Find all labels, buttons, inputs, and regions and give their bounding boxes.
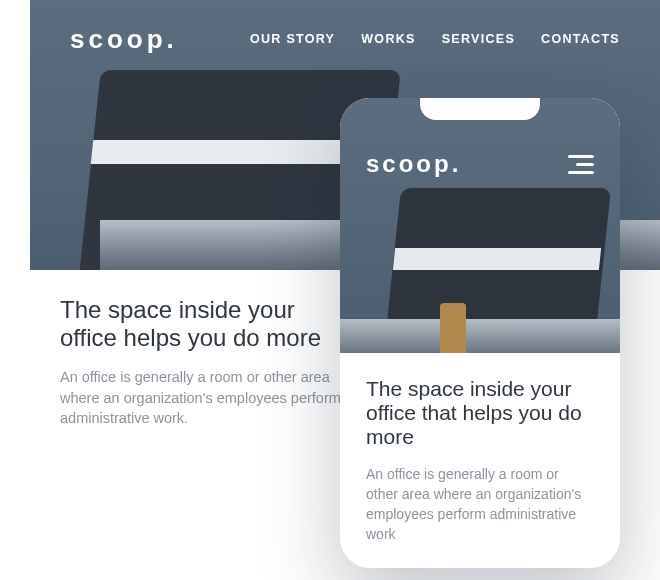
nav-link-services[interactable]: SERVICES — [442, 32, 515, 46]
page-subtext: An office is generally a room or other a… — [60, 367, 350, 429]
phone-notch — [420, 98, 540, 120]
hero-decor — [440, 303, 466, 353]
hamburger-menu-icon[interactable] — [568, 155, 594, 173]
page-heading: The space inside your office that helps … — [366, 377, 594, 449]
brand-logo[interactable]: scoop. — [70, 24, 178, 55]
nav-links: OUR STORY WORKS SERVICES CONTACTS — [250, 32, 620, 46]
page-subtext: An office is generally a room or other a… — [366, 465, 594, 545]
mobile-hero: scoop. — [340, 98, 620, 353]
hero-decor — [393, 248, 601, 270]
nav-link-contacts[interactable]: CONTACTS — [541, 32, 620, 46]
nav-link-works[interactable]: WORKS — [361, 32, 415, 46]
navbar: scoop. OUR STORY WORKS SERVICES CONTACTS — [30, 0, 660, 78]
desktop-copy: The space inside your office helps you d… — [30, 270, 390, 429]
page-heading: The space inside your office helps you d… — [60, 296, 350, 351]
brand-logo[interactable]: scoop. — [366, 150, 461, 178]
mobile-navbar: scoop. — [340, 150, 620, 178]
mobile-copy: The space inside your office that helps … — [340, 353, 620, 545]
nav-link-our-story[interactable]: OUR STORY — [250, 32, 335, 46]
hero-decor — [340, 319, 620, 353]
mobile-preview: scoop. The space inside your office that… — [340, 98, 620, 568]
